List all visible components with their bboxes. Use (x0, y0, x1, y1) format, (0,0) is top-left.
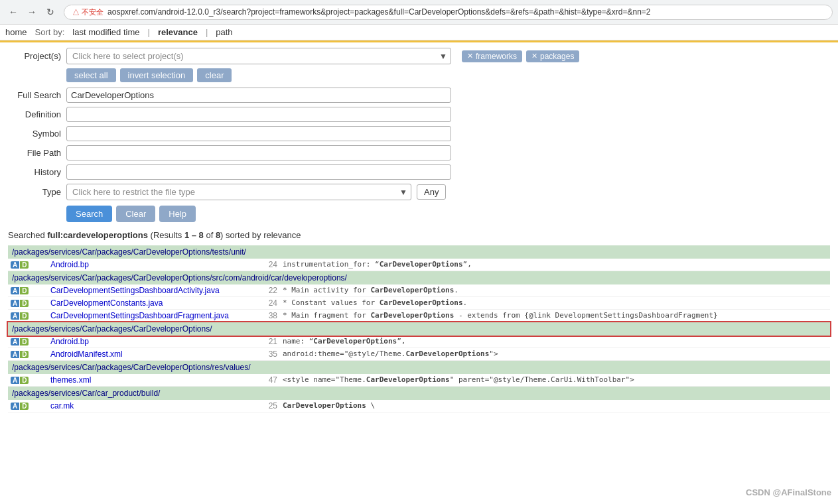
project-select[interactable]: Click here to select project(s) (66, 48, 451, 64)
select-buttons: select all invert selection clear (66, 68, 830, 82)
snippet-1: instrumentation_for: “CarDeveloperOption… (280, 259, 830, 271)
search-button[interactable]: Search (66, 206, 112, 222)
line-num-1: 24 (260, 259, 280, 271)
file-row-constants: AD CarDevelopmentConstants.java 24 * Con… (8, 297, 830, 310)
searched-prefix: Searched (8, 230, 47, 240)
security-warning-icon: △ 不安全 (72, 7, 104, 17)
top-nav: home Sort by: last modified time | relev… (0, 25, 838, 40)
sort-relevance[interactable]: relevance (158, 27, 198, 37)
tag-packages-label: packages (540, 52, 574, 61)
back-button[interactable]: ← (5, 4, 21, 20)
security-label: 不安全 (82, 8, 104, 16)
history-label: History (8, 167, 61, 177)
line-num-7: 47 (260, 374, 280, 387)
line-num-6: 35 (260, 348, 280, 361)
project-row: Project(s) Click here to select project(… (8, 48, 830, 64)
badge-ad-1: AD (11, 261, 29, 269)
history-input[interactable] (66, 164, 451, 180)
file-row-carmk: AD car.mk 25 CarDeveloperOptions \ (8, 400, 830, 412)
definition-row: Definition (8, 107, 830, 122)
invert-selection-button[interactable]: invert selection (120, 68, 194, 82)
nav-buttons: ← → ↻ (5, 4, 58, 20)
remove-packages-button[interactable]: ✕ (531, 52, 537, 60)
badge-ad-7: AD (11, 377, 29, 384)
dir-link-3[interactable]: /packages/services/Car/packages/CarDevel… (12, 324, 212, 334)
definition-input[interactable] (66, 107, 451, 122)
full-search-row: Full Search (8, 88, 830, 103)
badge-ad-4: AD (11, 312, 29, 320)
results-info: (Results 1 – 8 of 8) sorted by relevance (148, 230, 301, 240)
clear-selection-button[interactable]: clear (197, 68, 232, 82)
type-select[interactable]: Click here to restrict the file type (66, 184, 411, 200)
full-search-input[interactable] (66, 88, 451, 103)
badge-ad-3: AD (11, 300, 29, 307)
file-row-activity: AD CarDevelopmentSettingsDashboardActivi… (8, 284, 830, 297)
sort-last-modified[interactable]: last modified time (72, 27, 139, 37)
file-path-label: File Path (8, 148, 61, 158)
file-row-fragment: AD CarDevelopmentSettingsDashboardFragme… (8, 310, 830, 322)
file-name-constants[interactable]: CarDevelopmentConstants.java (50, 298, 163, 308)
file-name-manifest[interactable]: AndroidManifest.xml (50, 349, 123, 359)
file-row-android-bp-2: AD Android.bp 21 name: “CarDeveloperOpti… (8, 336, 830, 348)
file-row-android-bp-1: AD Android.bp 24 instrumentation_for: “C… (8, 259, 830, 271)
project-tag-frameworks: ✕ frameworks (462, 50, 522, 62)
file-name-fragment[interactable]: CarDevelopmentSettingsDashboardFragment.… (50, 311, 229, 320)
file-row-manifest: AD AndroidManifest.xml 35 android:theme=… (8, 348, 830, 361)
dir-link-1[interactable]: /packages/services/Car/packages/CarDevel… (12, 247, 246, 257)
line-num-3: 24 (260, 297, 280, 310)
file-name-android-bp-2[interactable]: Android.bp (50, 337, 89, 346)
snippet-5: name: “CarDeveloperOptions”, (280, 336, 830, 348)
sort-path[interactable]: path (216, 27, 232, 37)
results-header: Searched full:cardeveloperoptions (Resul… (8, 230, 830, 240)
remove-frameworks-button[interactable]: ✕ (467, 52, 473, 60)
tag-frameworks-label: frameworks (476, 52, 517, 61)
file-path-row: File Path (8, 145, 830, 160)
definition-label: Definition (8, 109, 61, 119)
snippet-3: * Constant values for CarDeveloperOption… (280, 297, 830, 310)
badge-ad-6: AD (11, 351, 29, 358)
file-path-input[interactable] (66, 145, 451, 160)
home-link[interactable]: home (5, 27, 27, 37)
project-label: Project(s) (8, 51, 61, 61)
project-tags: ✕ frameworks ✕ packages (462, 50, 579, 62)
project-tag-packages: ✕ packages (526, 50, 579, 62)
type-select-wrapper: Click here to restrict the file type ▼ (66, 184, 411, 200)
sort-label: Sort by: (35, 27, 65, 37)
url-text: aospxref.com/android-12.0.0_r3/search?pr… (107, 7, 650, 17)
dir-link-4[interactable]: /packages/services/Car/packages/CarDevel… (12, 363, 251, 372)
file-name-themes[interactable]: themes.xml (50, 375, 91, 385)
help-button[interactable]: Help (159, 206, 196, 222)
address-bar[interactable]: △ 不安全 aospxref.com/android-12.0.0_r3/sea… (64, 5, 833, 20)
dir-row-2: /packages/services/Car/packages/CarDevel… (8, 271, 830, 285)
history-row: History (8, 164, 830, 180)
browser-bar: ← → ↻ △ 不安全 aospxref.com/android-12.0.0_… (0, 0, 838, 25)
forward-button[interactable]: → (24, 4, 40, 20)
clear-button[interactable]: Clear (116, 206, 155, 222)
file-name-android-bp-1[interactable]: Android.bp (50, 260, 89, 269)
badge-ad-2: AD (11, 287, 29, 294)
snippet-4: * Main fragment for CarDeveloperOptions … (280, 310, 830, 322)
line-num-8: 25 (260, 400, 280, 412)
refresh-button[interactable]: ↻ (42, 4, 58, 20)
main-content: Project(s) Click here to select project(… (0, 42, 838, 418)
symbol-input[interactable] (66, 126, 451, 141)
snippet-8: CarDeveloperOptions \ (280, 400, 830, 412)
file-name-activity[interactable]: CarDevelopmentSettingsDashboardActivity.… (50, 286, 220, 295)
select-all-button[interactable]: select all (66, 68, 116, 82)
file-row-themes: AD themes.xml 47 <style name="Theme.CarD… (8, 374, 830, 387)
dir-link-5[interactable]: /packages/services/Car/car_product/build… (12, 389, 160, 398)
badge-ad-8: AD (11, 403, 29, 410)
line-num-4: 38 (260, 310, 280, 322)
full-search-label: Full Search (8, 90, 61, 100)
line-num-2: 22 (260, 284, 280, 297)
symbol-row: Symbol (8, 126, 830, 141)
symbol-label: Symbol (8, 129, 61, 139)
dir-row-4: /packages/services/Car/packages/CarDevel… (8, 361, 830, 375)
badge-ad-5: AD (11, 338, 29, 346)
any-label: Any (417, 184, 446, 200)
type-row: Type Click here to restrict the file typ… (8, 184, 830, 200)
dir-link-2[interactable]: /packages/services/Car/packages/CarDevel… (12, 273, 347, 283)
dir-row-1: /packages/services/Car/packages/CarDevel… (8, 245, 830, 259)
type-label: Type (8, 187, 61, 197)
file-name-carmk[interactable]: car.mk (50, 401, 74, 410)
